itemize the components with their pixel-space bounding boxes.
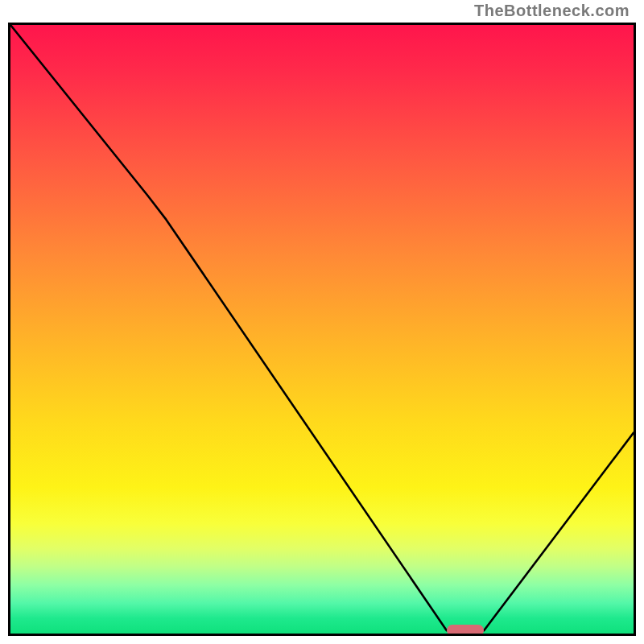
curve-path [10,25,634,630]
attribution-text: TheBottleneck.com [474,2,630,20]
optimal-marker [447,625,484,636]
chart-container: TheBottleneck.com [0,0,644,644]
plot-area [8,23,636,636]
bottleneck-curve [10,25,634,634]
